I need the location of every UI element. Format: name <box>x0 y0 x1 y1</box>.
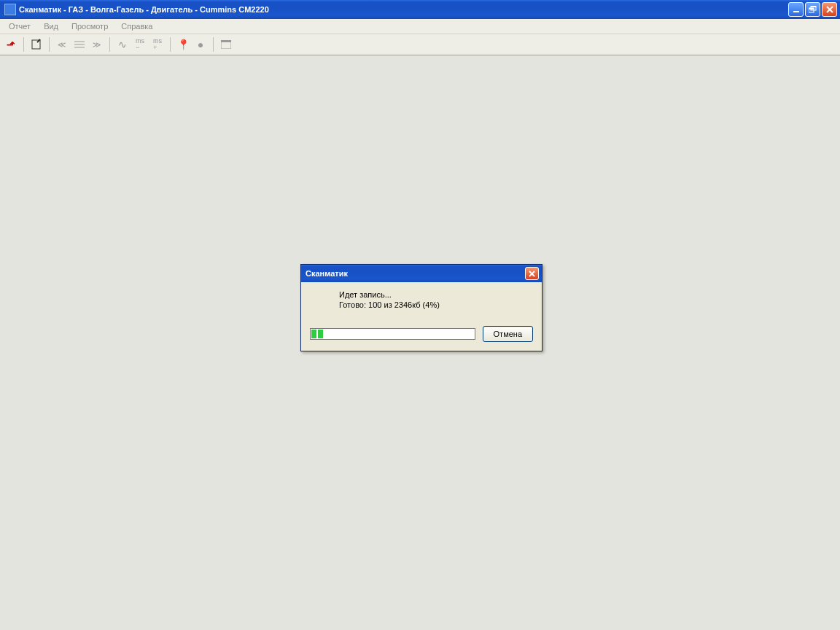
window-icon <box>221 40 231 49</box>
menubar: Отчет Вид Просмотр Справка <box>0 19 840 34</box>
toolbar-pin-button[interactable]: 📍 <box>175 36 191 52</box>
toolbar-edit-button[interactable] <box>28 36 44 52</box>
window-title: Сканматик - ГАЗ - Волга-Газель - Двигате… <box>19 5 269 14</box>
minimize-icon <box>793 6 800 13</box>
toolbar-first-button[interactable]: ≪ <box>54 36 70 52</box>
restore-button[interactable] <box>805 2 820 17</box>
last-icon: ≫ <box>93 40 101 50</box>
dialog-close-button[interactable] <box>525 267 539 280</box>
svg-rect-13 <box>221 40 231 42</box>
toolbar-list-button[interactable] <box>71 36 88 52</box>
toolbar-separator <box>23 37 24 52</box>
menu-report[interactable]: Отчет <box>3 20 36 32</box>
up-arrow-icon: ⬏ <box>7 39 15 50</box>
wave-icon: ∿ <box>118 39 127 50</box>
edit-icon <box>31 39 42 50</box>
list-icon <box>74 40 85 49</box>
toolbar-separator <box>170 37 171 52</box>
menu-help[interactable]: Справка <box>115 20 158 32</box>
dialog-text: Идет запись... Готово: 100 из 2346кб (4%… <box>310 289 533 310</box>
menu-view[interactable]: Вид <box>38 20 64 32</box>
dialog-title: Сканматик <box>306 269 348 278</box>
svg-rect-2 <box>811 6 816 7</box>
window-controls <box>788 2 837 17</box>
close-icon <box>826 6 833 13</box>
progress-fill <box>311 330 323 338</box>
titlebar: Сканматик - ГАЗ - Волга-Газель - Двигате… <box>0 0 840 19</box>
dialog-body: Идет запись... Готово: 100 из 2346кб (4%… <box>301 282 542 351</box>
restore-icon <box>809 6 817 13</box>
ms-minus-icon: ms− <box>136 38 144 51</box>
menu-browse[interactable]: Просмотр <box>66 20 114 32</box>
toolbar-up-button[interactable]: ⬏ <box>3 36 19 52</box>
toolbar: ⬏ ≪ ≫ ∿ ms− ms+ 📍 ● <box>0 34 840 55</box>
close-icon <box>529 271 535 277</box>
toolbar-separator <box>49 37 50 52</box>
svg-rect-4 <box>809 8 814 9</box>
ms-plus-icon: ms+ <box>153 38 162 51</box>
toolbar-window-button[interactable] <box>218 36 234 52</box>
dialog-line1: Идет запись... <box>339 289 533 300</box>
pin-icon: 📍 <box>177 39 190 50</box>
record-icon: ● <box>198 39 203 50</box>
cancel-button[interactable]: Отмена <box>483 326 533 342</box>
progress-dialog: Сканматик Идет запись... Готово: 100 из … <box>300 264 542 351</box>
toolbar-last-button[interactable]: ≫ <box>89 36 105 52</box>
dialog-line2: Готово: 100 из 2346кб (4%) <box>339 300 533 310</box>
minimize-button[interactable] <box>788 2 804 17</box>
dialog-titlebar: Сканматик <box>301 265 542 282</box>
dialog-bottom-row: Отмена <box>310 326 533 342</box>
app-icon <box>4 4 16 15</box>
toolbar-ms-plus-button[interactable]: ms+ <box>149 36 166 52</box>
toolbar-wave-button[interactable]: ∿ <box>114 36 131 52</box>
first-icon: ≪ <box>58 40 66 50</box>
toolbar-separator <box>213 37 214 52</box>
close-button[interactable] <box>822 2 837 17</box>
toolbar-record-button[interactable]: ● <box>192 36 209 52</box>
svg-rect-0 <box>793 11 799 12</box>
progress-chunk <box>318 330 323 338</box>
toolbar-separator <box>109 37 110 52</box>
progress-chunk <box>311 330 316 338</box>
toolbar-ms-minus-button[interactable]: ms− <box>132 36 148 52</box>
progress-bar <box>310 328 475 340</box>
